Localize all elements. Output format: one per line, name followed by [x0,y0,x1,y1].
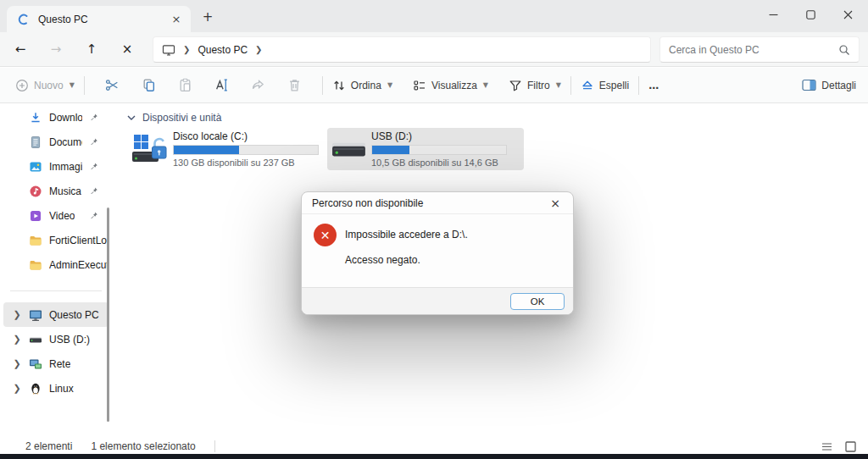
computer-icon [29,308,42,322]
ok-button[interactable]: OK [510,293,565,310]
drive-usage-fill [372,146,409,154]
sidebar-item-video[interactable]: Video [3,203,108,228]
pictures-icon [29,160,42,174]
local-disk-bitlocker-icon [129,132,173,166]
command-toolbar: Nuovo ▼ Ordina ▼ [0,68,868,103]
drive-tile-c[interactable]: Disco locale (C:) 130 GB disponibili su … [129,128,326,170]
drive-free-space: 130 GB disponibili su 237 GB [173,158,319,168]
dialog-close-icon[interactable]: × [548,196,563,211]
maximize-button[interactable] [792,0,829,29]
sidebar-item-usb-d[interactable]: ❯ USB (D:) [3,327,108,351]
chevron-right-icon[interactable]: ❯ [12,383,22,394]
paste-button[interactable] [167,72,203,99]
dialog-footer: OK [302,287,573,314]
tab-close-icon[interactable]: × [169,12,184,27]
chevron-down-icon: ▼ [483,81,488,89]
sidebar: Download Documenti Immagini Musica Video… [0,103,112,439]
dialog-message-line2: Accesso negato. [345,254,420,266]
dialog-title: Percorso non disponibile [312,197,548,209]
error-dialog: Percorso non disponibile × ✕ Impossibile… [301,191,574,315]
chevron-right-icon[interactable]: ❯ [12,334,22,345]
view-button[interactable]: Visualizza ▼ [413,79,488,92]
search-input[interactable] [669,44,838,56]
up-button[interactable]: ↑ [78,36,105,63]
network-icon [29,357,42,371]
usb-drive-icon [29,333,42,346]
rename-button[interactable] [203,72,240,99]
breadcrumb-chevron-icon: ❯ [183,45,190,54]
minimize-button[interactable] [754,0,792,29]
chevron-down-icon [127,115,136,121]
eject-icon [581,79,594,92]
back-button[interactable]: ← [7,36,34,63]
close-window-button[interactable] [829,0,866,29]
group-header-devices[interactable]: Dispositivi e unità [127,112,221,124]
pin-icon [89,137,98,147]
pin-icon [89,162,98,171]
breadcrumb-chevron-icon[interactable]: ❯ [255,45,262,54]
copy-button[interactable] [131,72,167,99]
more-options-button[interactable]: … [648,80,659,91]
list-view-toggle-icon[interactable] [821,441,832,452]
forward-button[interactable]: → [42,36,70,63]
navigation-bar: ← → ↑ × ❯ Questo PC ❯ [0,32,868,67]
tab-questo-pc[interactable]: Questo PC × [7,6,191,32]
tab-title: Questo PC [38,14,169,25]
dialog-titlebar: Percorso non disponibile × [302,192,573,214]
status-divider [214,440,215,452]
drive-tile-d-selected[interactable]: USB (D:) 10,5 GB disponibili su 14,6 GB [327,128,524,170]
chevron-down-icon: ▼ [387,81,392,89]
toolbar-divider [638,76,639,95]
address-bar[interactable]: ❯ Questo PC ❯ [153,36,651,63]
chevron-right-icon[interactable]: ❯ [12,309,22,320]
plus-circle-icon [15,79,29,92]
sidebar-item-documenti[interactable]: Documenti [3,130,108,154]
chevron-right-icon[interactable]: ❯ [12,358,22,369]
chevron-down-icon: ▼ [70,81,75,89]
sidebar-item-musica[interactable]: Musica [3,179,108,203]
search-icon [838,44,850,56]
delete-button[interactable] [276,72,313,99]
drive-usage-bar [173,145,319,155]
this-pc-icon [162,43,175,57]
view-layout-icon [413,79,426,92]
sidebar-scrollbar[interactable] [107,207,109,422]
sidebar-item-rete[interactable]: ❯ Rete [3,351,108,376]
cut-button[interactable] [94,72,131,99]
sidebar-item-adminexecutable[interactable]: AdminExecutabl [3,252,108,277]
toolbar-divider [570,76,571,95]
share-button[interactable] [240,72,276,99]
file-explorer-window: Questo PC × + ← → ↑ × ❯ [0,0,868,459]
details-pane-button[interactable]: Dettagli [802,79,856,91]
taskbar-edge [0,454,868,459]
usb-drive-icon [327,136,371,162]
new-button[interactable]: Nuovo ▼ [15,79,75,92]
sidebar-item-download[interactable]: Download [3,105,108,130]
pin-icon [89,211,98,220]
sidebar-item-immagini[interactable]: Immagini [3,154,108,179]
filter-funnel-icon [509,79,522,92]
folder-icon [29,234,42,247]
drive-free-space: 10,5 GB disponibili su 14,6 GB [371,158,507,168]
items-count: 2 elementi [25,440,72,452]
drive-name: USB (D:) [371,130,507,143]
filter-button[interactable]: Filtro ▼ [509,79,561,92]
breadcrumb-segment-questo-pc[interactable]: Questo PC [198,44,248,56]
selected-count: 1 elemento selezionato [91,440,195,452]
eject-button[interactable]: Espelli [581,79,629,92]
stop-refresh-button[interactable]: × [114,36,141,63]
video-icon [29,209,42,223]
error-icon: ✕ [314,224,337,246]
document-icon [29,135,42,149]
sidebar-item-questo-pc[interactable]: ❯ Questo PC [3,302,108,327]
new-tab-button[interactable]: + [198,8,217,26]
icons-view-toggle-icon[interactable] [845,441,856,452]
sidebar-item-linux[interactable]: ❯ Linux [3,376,108,401]
sort-arrows-icon [332,79,346,92]
sort-button[interactable]: Ordina ▼ [332,79,392,92]
window-controls [754,0,866,29]
drive-name: Disco locale (C:) [173,130,319,143]
pin-icon [89,113,98,122]
toolbar-divider [322,76,323,95]
sidebar-item-forticlientlogs[interactable]: FortiClientLogs [3,228,108,252]
